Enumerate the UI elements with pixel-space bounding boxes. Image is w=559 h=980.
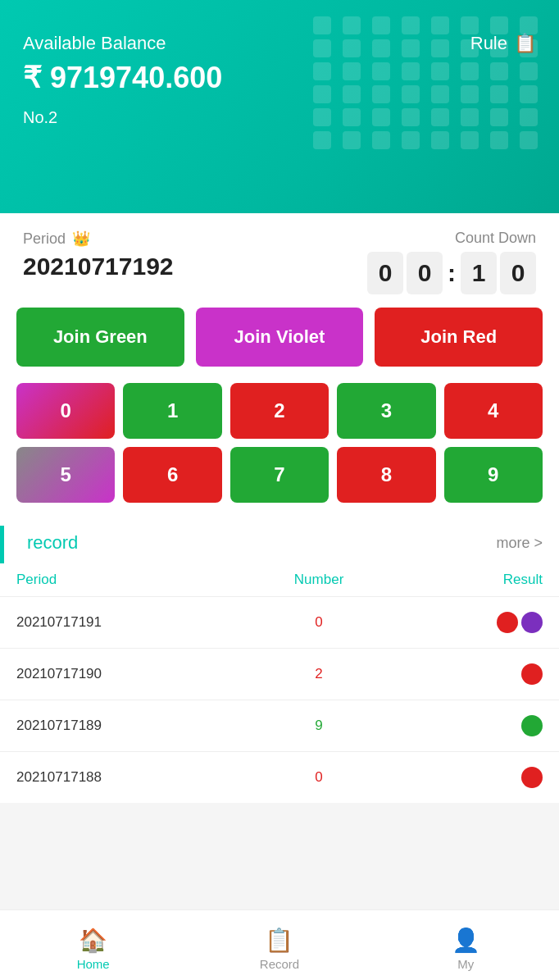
- countdown-digits: 0 0 : 1 0: [367, 252, 536, 294]
- cell-period: 20210717189: [0, 700, 236, 752]
- countdown-right: Count Down 0 0 : 1 0: [367, 230, 536, 294]
- period-label: Period 👑: [23, 230, 174, 248]
- cell-period: 20210717188: [0, 752, 236, 804]
- number-button-9[interactable]: 9: [444, 447, 543, 503]
- number-button-8[interactable]: 8: [337, 447, 435, 503]
- cell-number: 9: [236, 700, 401, 752]
- digit-3: 0: [500, 252, 536, 294]
- rule-icon: 📋: [514, 33, 536, 54]
- join-green-button[interactable]: Join Green: [16, 308, 184, 367]
- record-section: record more >: [0, 526, 559, 563]
- nav-record-label: Record: [260, 957, 299, 971]
- nav-record[interactable]: 📋 Record: [186, 910, 372, 980]
- digit-0: 0: [367, 252, 403, 294]
- join-violet-button[interactable]: Join Violet: [196, 308, 364, 367]
- cell-number: 2: [236, 649, 401, 700]
- main-content: Period 👑 20210717192 Count Down 0 0 : 1 …: [0, 213, 559, 803]
- cell-number: 0: [236, 597, 401, 649]
- number-button-1[interactable]: 1: [123, 383, 221, 439]
- join-red-button[interactable]: Join Red: [375, 308, 543, 367]
- period-left: Period 👑 20210717192: [23, 230, 174, 280]
- cell-period: 20210717191: [0, 597, 236, 649]
- cell-result: [402, 700, 559, 752]
- col-result: Result: [402, 563, 559, 597]
- digit-1: 0: [407, 252, 443, 294]
- table-row: 202107171902: [0, 649, 559, 700]
- join-buttons: Join Green Join Violet Join Red: [0, 308, 559, 383]
- bottom-nav: 🏠 Home 📋 Record 👤 My: [0, 909, 559, 980]
- table-row: 202107171880: [0, 752, 559, 804]
- digit-2: 1: [461, 252, 497, 294]
- table-row: 202107171910: [0, 597, 559, 649]
- col-number: Number: [236, 563, 401, 597]
- nav-my[interactable]: 👤 My: [373, 910, 559, 980]
- colon-separator: :: [446, 259, 457, 287]
- number-button-3[interactable]: 3: [337, 383, 435, 439]
- green-dot: [521, 715, 543, 736]
- rule-button[interactable]: Rule 📋: [470, 33, 536, 54]
- number-button-7[interactable]: 7: [230, 447, 329, 503]
- nav-home-label: Home: [77, 957, 110, 971]
- number-button-4[interactable]: 4: [444, 383, 543, 439]
- number-button-6[interactable]: 6: [123, 447, 221, 503]
- home-icon: 🏠: [79, 927, 107, 954]
- record-icon: 📋: [265, 927, 293, 954]
- nav-home[interactable]: 🏠 Home: [0, 910, 186, 980]
- violet-dot: [521, 612, 543, 633]
- red-dot: [521, 767, 543, 788]
- cell-period: 20210717190: [0, 649, 236, 700]
- number-button-5[interactable]: 5: [16, 447, 115, 503]
- header-pattern: [297, 0, 559, 213]
- col-period: Period: [0, 563, 236, 597]
- record-label: record: [17, 532, 78, 554]
- cell-result: [402, 752, 559, 804]
- more-link[interactable]: more >: [496, 535, 543, 552]
- cell-result: [402, 597, 559, 649]
- table-row: 202107171899: [0, 700, 559, 752]
- red-dot: [497, 612, 518, 633]
- record-table: Period Number Result 2021071719102021071…: [0, 563, 559, 803]
- crown-icon: 👑: [72, 230, 90, 248]
- header: Rule 📋 Available Balance ₹ 9719740.600 N…: [0, 0, 559, 213]
- countdown-label: Count Down: [367, 230, 536, 247]
- cell-result: [402, 649, 559, 700]
- my-icon: 👤: [452, 927, 480, 954]
- number-button-0[interactable]: 0: [16, 383, 115, 439]
- nav-my-label: My: [457, 957, 474, 971]
- number-grid: 0 1 2 3 4 5 6 7 8 9: [0, 383, 559, 519]
- period-section: Period 👑 20210717192 Count Down 0 0 : 1 …: [0, 213, 559, 308]
- cell-number: 0: [236, 752, 401, 804]
- period-number: 20210717192: [23, 253, 174, 280]
- red-dot: [521, 663, 543, 685]
- number-button-2[interactable]: 2: [230, 383, 329, 439]
- rule-label: Rule: [470, 33, 507, 54]
